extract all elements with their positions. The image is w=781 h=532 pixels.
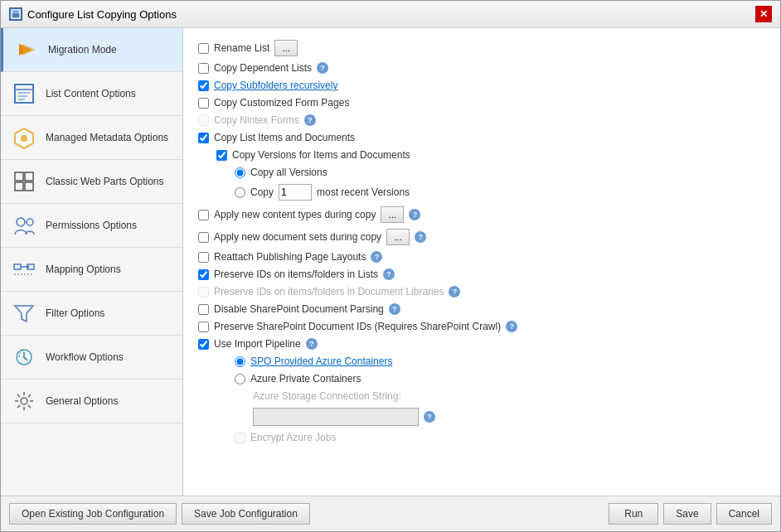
apply-content-types-row: Apply new content types during copy ... …	[198, 206, 765, 223]
sidebar-item-migration-mode[interactable]: Migration Mode	[1, 28, 182, 72]
azure-connection-help[interactable]: ?	[424, 411, 435, 423]
sidebar-item-workflow[interactable]: Workflow Options	[1, 336, 182, 380]
copy-versions-checkbox[interactable]	[216, 150, 227, 161]
apply-content-types-browse[interactable]: ...	[381, 206, 404, 223]
svg-point-10	[21, 135, 27, 142]
disable-sp-parsing-checkbox[interactable]	[198, 304, 209, 315]
spo-azure-radio[interactable]	[235, 356, 245, 367]
preserve-ids-doclibs-row: Preserve IDs on items/folders in Documen…	[198, 286, 765, 297]
svg-point-15	[17, 218, 25, 226]
rename-list-browse[interactable]: ...	[274, 40, 298, 56]
encrypt-azure-checkbox[interactable]	[235, 433, 245, 443]
use-import-pipeline-checkbox[interactable]	[198, 339, 209, 350]
managed-metadata-icon	[11, 124, 37, 151]
copy-list-items-label: Copy List Items and Documents	[214, 132, 355, 143]
cancel-button[interactable]: Cancel	[716, 503, 772, 525]
preserve-sp-docids-checkbox[interactable]	[198, 322, 209, 332]
azure-connection-input-row: ?	[253, 408, 765, 426]
copy-nintex-help[interactable]: ?	[304, 114, 316, 126]
copy-list-items-row: Copy List Items and Documents	[198, 132, 765, 143]
copy-versions-label: Copy Versions for Items and Documents	[232, 149, 410, 161]
copy-versions-row: Copy Versions for Items and Documents	[216, 149, 765, 161]
permissions-icon	[11, 212, 37, 239]
copy-nintex-checkbox[interactable]	[198, 115, 209, 126]
sidebar-item-filter[interactable]: Filter Options	[1, 292, 182, 336]
preserve-sp-docids-help[interactable]: ?	[506, 321, 517, 332]
copy-n-versions-row: Copy most recent Versions	[235, 184, 765, 201]
apply-doc-sets-browse[interactable]: ...	[386, 229, 410, 245]
version-count-input[interactable]	[279, 184, 312, 201]
rename-list-checkbox[interactable]	[198, 43, 209, 54]
copy-form-pages-row: Copy Customized Form Pages	[198, 97, 765, 109]
copy-subfolders-checkbox[interactable]	[198, 80, 209, 91]
copy-subfolders-label: Copy Subfolders recursively	[214, 80, 337, 91]
copy-all-versions-radio[interactable]	[235, 167, 245, 178]
copy-dependent-checkbox[interactable]	[198, 63, 209, 74]
managed-metadata-label: Managed Metadata Options	[46, 132, 168, 143]
svg-rect-13	[15, 182, 23, 191]
preserve-sp-docids-row: Preserve SharePoint Document IDs (Requir…	[198, 321, 765, 332]
use-import-pipeline-help[interactable]: ?	[306, 338, 318, 350]
sidebar-item-classic-webparts[interactable]: Classic Web Parts Options	[1, 160, 182, 204]
reattach-layouts-label: Reattach Publishing Page Layouts	[214, 251, 366, 263]
general-label: General Options	[46, 395, 118, 407]
preserve-ids-lists-row: Preserve IDs on items/folders in Lists ?	[198, 268, 765, 280]
apply-content-types-help[interactable]: ?	[409, 209, 420, 220]
sidebar-item-list-content[interactable]: List Content Options	[1, 72, 182, 116]
open-config-button[interactable]: Open Existing Job Configuration	[9, 503, 177, 525]
sidebar-item-general[interactable]: General Options	[1, 380, 182, 423]
list-content-label: List Content Options	[46, 88, 136, 99]
preserve-ids-doclibs-help[interactable]: ?	[449, 286, 460, 297]
run-button[interactable]: Run	[609, 503, 658, 525]
classic-webparts-icon	[11, 168, 37, 195]
azure-private-label: Azure Private Containers	[250, 373, 361, 384]
save-button[interactable]: Save	[663, 503, 711, 525]
disable-sp-parsing-help[interactable]: ?	[389, 303, 400, 315]
svg-point-24	[21, 398, 27, 404]
copy-form-pages-checkbox[interactable]	[198, 98, 209, 109]
footer-left: Open Existing Job Configuration Save Job…	[9, 503, 310, 525]
encrypt-azure-row: Encrypt Azure Jobs	[235, 432, 765, 443]
azure-connection-input[interactable]	[253, 408, 419, 426]
dialog-title: Configure List Copying Options	[27, 8, 177, 21]
preserve-sp-docids-label: Preserve SharePoint Document IDs (Requir…	[214, 321, 501, 332]
apply-content-types-checkbox[interactable]	[198, 210, 209, 220]
preserve-ids-lists-checkbox[interactable]	[198, 269, 209, 280]
reattach-layouts-help[interactable]: ?	[371, 251, 382, 263]
rename-list-label: Rename List	[214, 42, 269, 54]
copy-list-items-checkbox[interactable]	[198, 133, 209, 143]
copy-dependent-help[interactable]: ?	[317, 62, 328, 74]
apply-doc-sets-row: Apply new document sets during copy ... …	[198, 229, 765, 245]
title-bar: Configure List Copying Options ✕	[1, 1, 780, 28]
copy-nintex-label: Copy Nintex Forms	[214, 114, 299, 126]
filter-label: Filter Options	[46, 307, 104, 319]
preserve-ids-lists-help[interactable]: ?	[383, 268, 395, 280]
migration-mode-icon	[13, 36, 40, 63]
disable-sp-parsing-label: Disable SharePoint Document Parsing	[214, 303, 384, 315]
azure-connection-row: Azure Storage Connection String:	[253, 390, 765, 402]
filter-icon	[11, 300, 37, 326]
reattach-layouts-checkbox[interactable]	[198, 252, 209, 263]
general-icon	[11, 388, 37, 414]
reattach-layouts-row: Reattach Publishing Page Layouts ?	[198, 251, 765, 263]
apply-doc-sets-checkbox[interactable]	[198, 232, 209, 243]
encrypt-azure-label: Encrypt Azure Jobs	[250, 432, 336, 443]
workflow-icon	[11, 344, 37, 370]
copy-n-versions-radio[interactable]	[235, 187, 245, 198]
preserve-ids-lists-label: Preserve IDs on items/folders in Lists	[214, 268, 378, 280]
rename-list-row: Rename List ...	[198, 40, 765, 56]
sidebar-item-mapping[interactable]: Mapping Options	[1, 248, 182, 292]
spo-azure-row: SPO Provided Azure Containers	[235, 355, 765, 367]
mapping-icon	[11, 256, 37, 283]
sidebar-item-permissions[interactable]: Permissions Options	[1, 204, 182, 248]
close-button[interactable]: ✕	[755, 6, 772, 22]
sidebar: Migration Mode List Content Options	[1, 28, 183, 496]
sidebar-item-managed-metadata[interactable]: Managed Metadata Options	[1, 116, 182, 160]
apply-doc-sets-help[interactable]: ?	[415, 231, 426, 243]
azure-private-radio[interactable]	[235, 374, 245, 384]
azure-connection-label: Azure Storage Connection String:	[253, 390, 401, 402]
preserve-ids-doclibs-checkbox[interactable]	[198, 287, 209, 297]
footer-right: Run Save Cancel	[609, 503, 772, 525]
copy-subfolders-row: Copy Subfolders recursively	[198, 80, 765, 91]
save-config-button[interactable]: Save Job Configuration	[182, 503, 310, 525]
